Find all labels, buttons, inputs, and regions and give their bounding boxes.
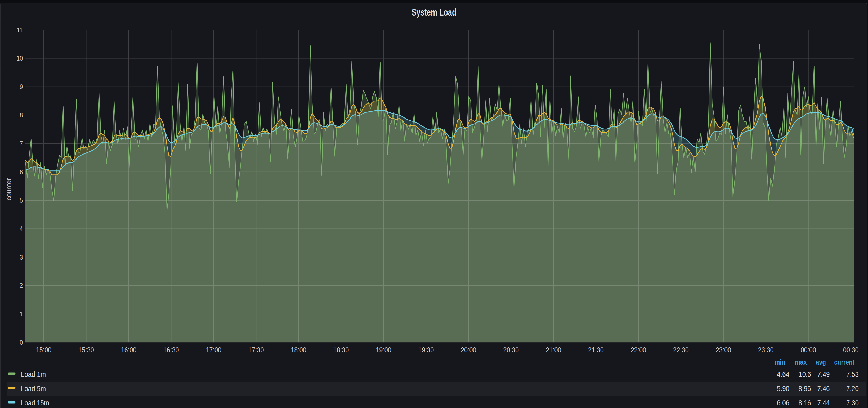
svg-text:7.44: 7.44 [817,399,830,407]
svg-text:7.30: 7.30 [846,399,859,407]
svg-text:21:00: 21:00 [546,346,561,354]
svg-text:18:30: 18:30 [333,346,349,354]
svg-text:17:30: 17:30 [248,346,264,354]
svg-text:counter: counter [5,178,13,200]
svg-text:15:00: 15:00 [36,346,52,354]
svg-text:17:00: 17:00 [206,346,221,354]
svg-text:20:30: 20:30 [503,346,519,354]
svg-text:8: 8 [20,111,23,119]
svg-text:4: 4 [20,225,23,233]
svg-text:22:00: 22:00 [631,346,646,354]
svg-text:23:00: 23:00 [716,346,732,354]
svg-text:11: 11 [17,26,23,34]
svg-text:10: 10 [17,55,23,62]
svg-text:7.46: 7.46 [817,384,830,393]
svg-text:15:30: 15:30 [79,346,94,354]
svg-text:7: 7 [20,140,23,147]
svg-text:16:30: 16:30 [163,346,179,354]
svg-text:22:30: 22:30 [673,346,689,354]
svg-text:9: 9 [20,83,23,91]
svg-text:max: max [795,358,807,366]
svg-text:min: min [775,358,785,366]
svg-text:7.53: 7.53 [846,370,859,378]
svg-text:10.6: 10.6 [799,370,811,378]
svg-text:5.90: 5.90 [777,384,789,393]
svg-text:23:30: 23:30 [758,346,774,354]
svg-text:1: 1 [20,310,23,318]
svg-text:2: 2 [20,282,23,289]
svg-text:Load 15m: Load 15m [21,399,49,407]
svg-text:System Load: System Load [412,7,457,18]
svg-text:19:00: 19:00 [376,346,391,354]
svg-text:0: 0 [20,339,23,346]
svg-text:Load 5m: Load 5m [21,385,46,393]
svg-text:4.64: 4.64 [777,370,789,378]
svg-text:00:00: 00:00 [801,346,816,354]
svg-text:19:30: 19:30 [418,346,434,354]
svg-text:00:30: 00:30 [843,346,859,354]
svg-text:5: 5 [20,197,23,204]
svg-text:current: current [834,358,855,366]
svg-text:8.96: 8.96 [799,384,811,393]
svg-text:7.20: 7.20 [846,384,859,393]
svg-text:7.49: 7.49 [817,370,830,378]
svg-text:6.06: 6.06 [777,399,789,407]
svg-text:8.16: 8.16 [799,399,811,407]
svg-text:6: 6 [20,168,23,176]
svg-text:avg: avg [816,358,826,366]
svg-text:21:30: 21:30 [588,346,604,354]
svg-text:16:00: 16:00 [121,346,136,354]
svg-text:3: 3 [20,253,23,261]
svg-text:20:00: 20:00 [461,346,476,354]
svg-text:18:00: 18:00 [291,346,306,354]
svg-text:Load 1m: Load 1m [21,370,46,378]
